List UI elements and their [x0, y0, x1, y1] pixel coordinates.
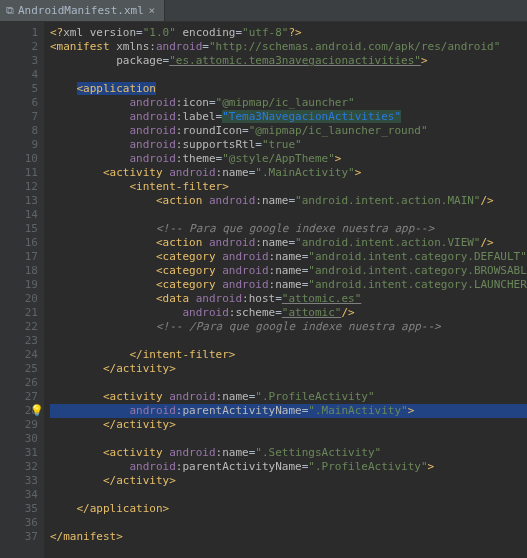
line-number[interactable]: 29 — [4, 418, 38, 432]
code-line[interactable] — [50, 376, 527, 390]
tab-filename: AndroidManifest.xml — [18, 4, 144, 17]
code-line[interactable]: <category android:name="android.intent.c… — [50, 250, 527, 264]
code-line[interactable] — [50, 516, 527, 530]
line-number[interactable]: 9 — [4, 138, 38, 152]
line-number[interactable]: 10 — [4, 152, 38, 166]
line-number[interactable]: 27 — [4, 390, 38, 404]
intention-bulb-icon[interactable]: 💡 — [30, 404, 44, 418]
line-number[interactable]: 14 — [4, 208, 38, 222]
editor: 1234567891011121314151617181920212223242… — [0, 22, 527, 558]
code-line[interactable]: <action android:name="android.intent.act… — [50, 236, 527, 250]
line-number[interactable]: 36 — [4, 516, 38, 530]
line-number[interactable]: 23 — [4, 334, 38, 348]
code-line[interactable]: android:scheme="attomic"/> — [50, 306, 527, 320]
line-number[interactable]: 3 — [4, 54, 38, 68]
line-number[interactable]: 1 — [4, 26, 38, 40]
line-number[interactable]: 22 — [4, 320, 38, 334]
code-line[interactable]: <category android:name="android.intent.c… — [50, 264, 527, 278]
line-number[interactable]: 11 — [4, 166, 38, 180]
xml-file-icon: ⧉ — [6, 4, 14, 17]
code-line[interactable]: <activity android:name=".MainActivity"> — [50, 166, 527, 180]
code-line[interactable]: </activity> — [50, 474, 527, 488]
code-line[interactable]: </manifest> — [50, 530, 527, 544]
line-number[interactable]: 15 — [4, 222, 38, 236]
line-number[interactable]: 37 — [4, 530, 38, 544]
code-line[interactable]: <category android:name="android.intent.c… — [50, 278, 527, 292]
code-line[interactable]: <application — [50, 82, 527, 96]
line-number[interactable]: 13 — [4, 194, 38, 208]
code-line[interactable]: <intent-filter> — [50, 180, 527, 194]
line-number[interactable]: 17 — [4, 250, 38, 264]
code-area[interactable]: <?xml version="1.0" encoding="utf-8"?><m… — [44, 22, 527, 558]
tab-bar: ⧉ AndroidManifest.xml × — [0, 0, 527, 22]
line-number[interactable]: 24 — [4, 348, 38, 362]
code-line[interactable] — [50, 488, 527, 502]
code-line[interactable] — [50, 432, 527, 446]
line-number[interactable]: 32 — [4, 460, 38, 474]
code-line[interactable] — [50, 68, 527, 82]
line-number[interactable]: 5 — [4, 82, 38, 96]
line-number[interactable]: 6 — [4, 96, 38, 110]
code-line[interactable]: android:roundIcon="@mipmap/ic_launcher_r… — [50, 124, 527, 138]
line-number[interactable]: 21 — [4, 306, 38, 320]
code-line[interactable]: <!-- /Para que google indexe nuestra app… — [50, 320, 527, 334]
line-number[interactable]: 4 — [4, 68, 38, 82]
code-line[interactable]: <activity android:name=".ProfileActivity… — [50, 390, 527, 404]
line-number[interactable]: 33 — [4, 474, 38, 488]
code-line[interactable]: <!-- Para que google indexe nuestra app-… — [50, 222, 527, 236]
code-line[interactable]: android:supportsRtl="true" — [50, 138, 527, 152]
line-number[interactable]: 35 — [4, 502, 38, 516]
code-line[interactable]: package="es.attomic.tema3navegacionactiv… — [50, 54, 527, 68]
code-line[interactable]: <activity android:name=".SettingsActivit… — [50, 446, 527, 460]
code-line[interactable]: <data android:host="attomic.es" — [50, 292, 527, 306]
code-line[interactable] — [50, 208, 527, 222]
code-line[interactable]: android:icon="@mipmap/ic_launcher" — [50, 96, 527, 110]
code-line[interactable]: android:parentActivityName=".MainActivit… — [50, 404, 527, 418]
line-number[interactable]: 12 — [4, 180, 38, 194]
line-number[interactable]: 34 — [4, 488, 38, 502]
close-tab-icon[interactable]: × — [148, 4, 156, 17]
code-line[interactable] — [50, 334, 527, 348]
code-line[interactable]: </activity> — [50, 362, 527, 376]
line-number[interactable]: 2 — [4, 40, 38, 54]
file-tab[interactable]: ⧉ AndroidManifest.xml × — [0, 0, 165, 21]
code-line[interactable]: android:label="Tema3NavegacionActivities… — [50, 110, 527, 124]
code-line[interactable]: <action android:name="android.intent.act… — [50, 194, 527, 208]
code-line[interactable]: android:theme="@style/AppTheme"> — [50, 152, 527, 166]
line-number[interactable]: 26 — [4, 376, 38, 390]
line-number[interactable]: 18 — [4, 264, 38, 278]
code-line[interactable]: android:parentActivityName=".ProfileActi… — [50, 460, 527, 474]
code-line[interactable]: </application> — [50, 502, 527, 516]
line-number[interactable]: 7 — [4, 110, 38, 124]
line-number[interactable]: 30 — [4, 432, 38, 446]
code-line[interactable]: </activity> — [50, 418, 527, 432]
line-number[interactable]: 20 — [4, 292, 38, 306]
code-line[interactable]: <?xml version="1.0" encoding="utf-8"?> — [50, 26, 527, 40]
code-line[interactable]: </intent-filter> — [50, 348, 527, 362]
line-number[interactable]: 28💡 — [4, 404, 38, 418]
line-number[interactable]: 31 — [4, 446, 38, 460]
code-line[interactable]: <manifest xmlns:android="http://schemas.… — [50, 40, 527, 54]
line-gutter[interactable]: 1234567891011121314151617181920212223242… — [0, 22, 44, 558]
line-number[interactable]: 16 — [4, 236, 38, 250]
line-number[interactable]: 19 — [4, 278, 38, 292]
line-number[interactable]: 25 — [4, 362, 38, 376]
line-number[interactable]: 8 — [4, 124, 38, 138]
